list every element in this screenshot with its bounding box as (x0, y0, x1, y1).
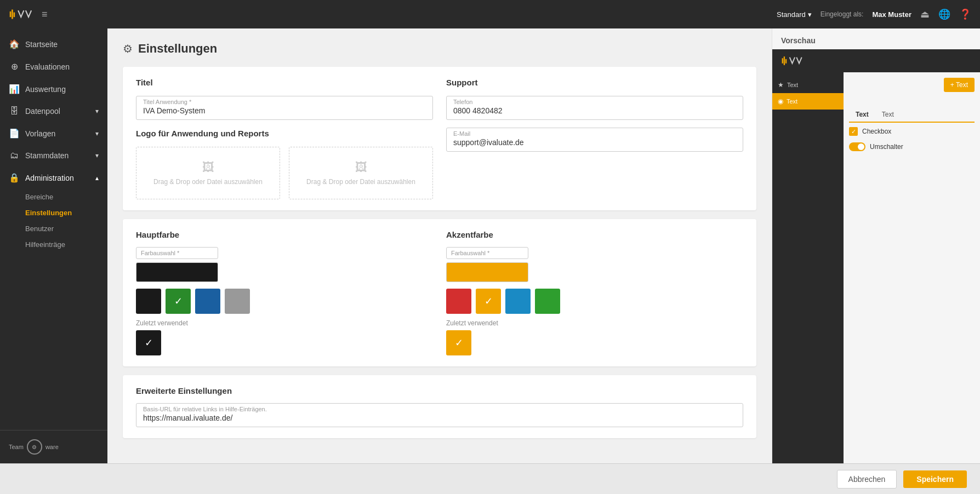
sidebar-item-startseite[interactable]: 🏠 Startseite (0, 33, 107, 55)
sidebar-sub-benutzer[interactable]: Benutzer (0, 221, 107, 237)
bottom-bar: Abbrechen Speichern (0, 463, 980, 494)
support-col: Support Telefon E-Mail (446, 78, 743, 199)
preview-add-button[interactable]: + Text (944, 78, 975, 92)
menu-toggle-icon[interactable]: ≡ (42, 9, 48, 20)
preview-inner: ★ Text ◉ Text + Text (772, 49, 980, 463)
akzentfarbe-label: Farbauswahl * (451, 250, 489, 256)
chevron-down-icon: ▴ (95, 174, 99, 182)
evaluation-icon: ⊕ (9, 61, 20, 72)
titel-input[interactable] (143, 106, 426, 115)
swatch-red[interactable] (446, 289, 471, 314)
hauptfarbe-swatch-input[interactable] (136, 262, 218, 282)
logo-upload-2[interactable]: 🖼 Drag & Drop oder Datei auszuwählen (289, 147, 433, 199)
email-input[interactable] (453, 138, 736, 147)
image-icon-2: 🖼 (355, 160, 367, 175)
swatch-orange[interactable]: ✓ (476, 289, 501, 314)
chevron-icon: ▾ (95, 130, 99, 137)
swatch-black[interactable] (136, 289, 161, 314)
circle-icon: ◉ (778, 97, 783, 105)
preview-tab-2[interactable]: Text (875, 107, 901, 122)
topnav-right: Standard ▾ Eingeloggt als: Max Muster ⏏ … (777, 8, 971, 20)
chevron-icon: ▾ (95, 152, 99, 159)
preview-label: Vorschau (772, 28, 980, 49)
admin-icon: 🔒 (9, 173, 20, 183)
sidebar-item-stammdaten[interactable]: 🗂 Stammdaten ▾ (0, 145, 107, 166)
url-input[interactable] (143, 413, 736, 422)
support-heading: Support (446, 78, 743, 87)
preview-tabs: Text Text (849, 107, 975, 123)
svg-rect-1 (12, 9, 13, 19)
settings-icon: ⚙ (123, 42, 133, 55)
svg-rect-3 (782, 58, 783, 63)
color-row: Hauptfarbe Farbauswahl * ✓ (136, 230, 743, 355)
chevron-down-icon: ▾ (808, 10, 812, 19)
image-icon: 🖼 (202, 160, 214, 175)
topnav-left: ≡ (9, 7, 48, 22)
telefon-label: Telefon (453, 99, 736, 105)
logout-icon[interactable]: ⏏ (920, 8, 930, 20)
preview-toggle[interactable] (849, 142, 865, 151)
titel-support-row: Titel Titel Anwendung * Logo für Anwendu… (136, 78, 743, 199)
app-logo (9, 7, 35, 22)
help-icon[interactable]: ❓ (959, 8, 971, 20)
swatch-gray[interactable] (225, 289, 250, 314)
topnav: ≡ Standard ▾ Eingeloggt als: Max Muster … (0, 0, 980, 28)
akzentfarbe-heading: Akzentfarbe (446, 230, 743, 239)
akzentfarbe-swatch-input[interactable] (446, 262, 528, 282)
url-label: Basis-URL für relative Links in Hilfe-Ei… (143, 406, 736, 412)
titel-field-label: Titel Anwendung * (143, 99, 426, 105)
logo-upload-1[interactable]: 🖼 Drag & Drop oder Datei auszuwählen (136, 147, 280, 199)
akzentfarbe-swatches: ✓ (446, 289, 743, 314)
save-button[interactable]: Speichern (903, 470, 967, 488)
swatch-cyan[interactable] (505, 289, 531, 314)
preview-sidebar-item-1[interactable]: ★ Text (772, 77, 844, 93)
hauptfarbe-col: Hauptfarbe Farbauswahl * ✓ (136, 230, 433, 355)
chart-icon: 📊 (9, 84, 20, 94)
akzentfarbe-col: Akzentfarbe Farbauswahl * ✓ (446, 230, 743, 355)
app-body: 🏠 Startseite ⊕ Evaluationen 📊 Auswertung… (0, 28, 980, 463)
sidebar-item-vorlagen[interactable]: 📄 Vorlagen ▾ (0, 122, 107, 145)
sidebar-item-datenpool[interactable]: 🗄 Datenpool ▾ (0, 100, 107, 122)
globe-icon[interactable]: 🌐 (938, 8, 950, 20)
username-label: Max Muster (872, 10, 911, 19)
advanced-card: Erweiterte Einstellungen Basis-URL für r… (123, 375, 756, 438)
toggle-knob (858, 143, 864, 150)
svg-rect-5 (785, 59, 787, 64)
chevron-icon: ▾ (95, 107, 99, 115)
email-field-wrapper: E-Mail (446, 128, 743, 152)
hauptfarbe-recent-swatch[interactable]: ✓ (136, 330, 161, 355)
sidebar-footer: Team ⚙ ware (0, 430, 107, 463)
telefon-field-wrapper: Telefon (446, 96, 743, 120)
akzentfarbe-recent-swatch[interactable]: ✓ (446, 330, 471, 355)
sidebar-sub-bereiche[interactable]: Bereiche (0, 189, 107, 205)
hauptfarbe-swatches: ✓ (136, 289, 433, 314)
main-content: ⚙ Einstellungen Titel Titel Anwendung * … (107, 28, 772, 463)
cancel-button[interactable]: Abbrechen (837, 470, 897, 489)
preview-panel: Vorschau ★ Text (772, 28, 980, 463)
sidebar-item-auswertung[interactable]: 📊 Auswertung (0, 78, 107, 100)
sidebar-sub-einstellungen[interactable]: Einstellungen (0, 205, 107, 221)
preview-content: + Text Text Text ✓ (844, 72, 980, 463)
hauptfarbe-label: Farbauswahl * (141, 250, 179, 256)
hauptfarbe-heading: Hauptfarbe (136, 230, 433, 239)
swatch-green[interactable]: ✓ (166, 289, 191, 314)
sidebar-sub-hilfeeintraege[interactable]: Hilfeeinträge (0, 237, 107, 252)
swatch-blue[interactable] (195, 289, 220, 314)
telefon-input[interactable] (453, 106, 736, 115)
swatch-lime[interactable] (535, 289, 560, 314)
content-area: ⚙ Einstellungen Titel Titel Anwendung * … (107, 28, 980, 463)
sidebar-item-evaluationen[interactable]: ⊕ Evaluationen (0, 55, 107, 78)
preview-tab-1[interactable]: Text (849, 107, 875, 123)
titel-field-wrapper: Titel Anwendung * (136, 96, 433, 120)
svg-rect-2 (14, 13, 15, 18)
sidebar-item-administration[interactable]: 🔒 Administration ▴ (0, 166, 107, 189)
preview-sidebar-item-2[interactable]: ◉ Text (772, 93, 844, 110)
logo-row: 🖼 Drag & Drop oder Datei auszuwählen 🖼 D… (136, 147, 433, 199)
titel-support-card: Titel Titel Anwendung * Logo für Anwendu… (123, 67, 756, 210)
preview-checkbox-row: ✓ Checkbox (849, 123, 975, 140)
database-icon: 🗄 (9, 106, 20, 116)
sidebar: 🏠 Startseite ⊕ Evaluationen 📊 Auswertung… (0, 28, 107, 463)
preview-checkbox[interactable]: ✓ (849, 127, 858, 136)
standard-dropdown[interactable]: Standard ▾ (777, 10, 812, 19)
titel-heading: Titel (136, 78, 433, 87)
